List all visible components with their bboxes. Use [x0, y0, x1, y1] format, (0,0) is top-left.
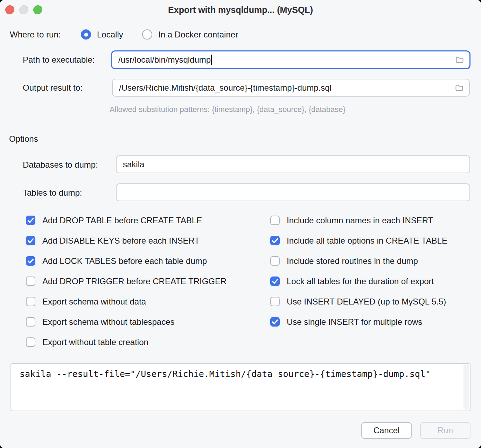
- checkbox-row[interactable]: Use single INSERT for multiple rows: [270, 317, 422, 327]
- checkbox[interactable]: [270, 276, 280, 286]
- checkbox-label[interactable]: Include stored routines in the dump: [287, 256, 418, 266]
- tables-to-dump-input[interactable]: [116, 183, 470, 201]
- checkbox-row[interactable]: Include column names in each INSERT: [270, 215, 433, 225]
- command-preview-box[interactable]: sakila --result-file="/Users/Richie.Miti…: [11, 363, 470, 411]
- options-divider: [47, 139, 471, 139]
- substitution-patterns-hint: Allowed substitution patterns: {timestam…: [110, 105, 346, 114]
- checkbox-label[interactable]: Use single INSERT for multiple rows: [287, 317, 422, 327]
- checkbox-row[interactable]: Use INSERT DELAYED (up to MySQL 5.5): [270, 296, 446, 307]
- tables-to-dump-label: Tables to dump:: [23, 188, 82, 198]
- checkbox[interactable]: [26, 317, 35, 327]
- command-preview-text: sakila --result-file="/Users/Richie.Miti…: [20, 369, 456, 379]
- checkbox-row[interactable]: Add LOCK TABLES before each table dump: [26, 256, 207, 266]
- export-mysqldump-dialog: Export with mysqldump... (MySQL) Where t…: [0, 0, 481, 448]
- checkbox-label[interactable]: Lock all tables for the duration of expo…: [287, 276, 434, 286]
- checkbox[interactable]: [26, 276, 35, 286]
- checkbox[interactable]: [270, 256, 280, 266]
- checkbox-label[interactable]: Add DROP TABLE before CREATE TABLE: [42, 216, 202, 225]
- databases-to-dump-input[interactable]: sakila: [116, 155, 470, 173]
- path-to-executable-input[interactable]: /usr/local/bin/mysqldump: [111, 50, 470, 69]
- checkbox-row[interactable]: Export schema without tablespaces: [26, 317, 175, 327]
- cancel-button[interactable]: Cancel: [361, 422, 412, 439]
- checkbox[interactable]: [270, 297, 280, 306]
- radio-locally[interactable]: [81, 29, 91, 40]
- run-button: Run: [420, 422, 470, 439]
- checkbox-label[interactable]: Export schema without tablespaces: [42, 317, 175, 327]
- checkbox-row[interactable]: Include all table options in CREATE TABL…: [270, 236, 447, 246]
- window-title: Export with mysqldump... (MySQL): [0, 5, 481, 15]
- vertical-scrollbar[interactable]: [463, 365, 469, 410]
- output-result-to-value: /Users/Richie.Mitish/{data_source}-{time…: [119, 83, 332, 93]
- checkbox-row[interactable]: Include stored routines in the dump: [270, 256, 418, 266]
- checkbox-label[interactable]: Use INSERT DELAYED (up to MySQL 5.5): [287, 297, 446, 307]
- browse-folder-icon[interactable]: [455, 55, 465, 65]
- output-result-to-label: Output result to:: [23, 83, 83, 93]
- databases-to-dump-label: Databases to dump:: [23, 160, 98, 170]
- checkbox-row[interactable]: Export schema without data: [26, 296, 146, 307]
- checkbox[interactable]: [270, 317, 280, 327]
- checkbox-label[interactable]: Include column names in each INSERT: [287, 216, 433, 225]
- checkbox[interactable]: [26, 337, 35, 347]
- radio-locally-label[interactable]: Locally: [97, 30, 123, 40]
- output-result-to-input[interactable]: /Users/Richie.Mitish/{data_source}-{time…: [112, 79, 470, 97]
- databases-to-dump-value: sakila: [123, 160, 144, 169]
- checkbox-row[interactable]: Lock all tables for the duration of expo…: [270, 276, 434, 286]
- checkbox-row[interactable]: Add DISABLE KEYS before each INSERT: [26, 236, 200, 246]
- checkbox-label[interactable]: Add DISABLE KEYS before each INSERT: [42, 236, 200, 246]
- checkbox[interactable]: [26, 256, 35, 266]
- path-to-executable-value: /usr/local/bin/mysqldump: [118, 55, 211, 65]
- radio-docker-label[interactable]: In a Docker container: [158, 30, 238, 40]
- path-to-executable-label: Path to executable:: [23, 55, 95, 65]
- checkbox-label[interactable]: Add LOCK TABLES before each table dump: [42, 256, 207, 266]
- where-to-run-label: Where to run:: [10, 30, 61, 40]
- options-section-title: Options: [9, 134, 38, 144]
- checkbox-label[interactable]: Add DROP TRIGGER before CREATE TRIGGER: [42, 276, 226, 286]
- checkbox[interactable]: [270, 216, 280, 225]
- checkbox-row[interactable]: Export without table creation: [26, 337, 148, 347]
- checkbox[interactable]: [26, 216, 35, 225]
- radio-docker[interactable]: [142, 29, 152, 40]
- checkbox-label[interactable]: Export schema without data: [42, 297, 146, 307]
- checkbox[interactable]: [270, 236, 280, 245]
- browse-folder-icon[interactable]: [454, 83, 464, 93]
- titlebar: Export with mysqldump... (MySQL): [0, 0, 481, 20]
- text-caret: [211, 55, 212, 65]
- checkbox-label[interactable]: Include all table options in CREATE TABL…: [287, 236, 447, 246]
- checkbox-row[interactable]: Add DROP TABLE before CREATE TABLE: [26, 215, 202, 225]
- checkbox[interactable]: [26, 236, 35, 245]
- checkbox-row[interactable]: Add DROP TRIGGER before CREATE TRIGGER: [26, 276, 226, 286]
- checkbox-label[interactable]: Export without table creation: [42, 337, 148, 347]
- checkbox[interactable]: [26, 297, 35, 306]
